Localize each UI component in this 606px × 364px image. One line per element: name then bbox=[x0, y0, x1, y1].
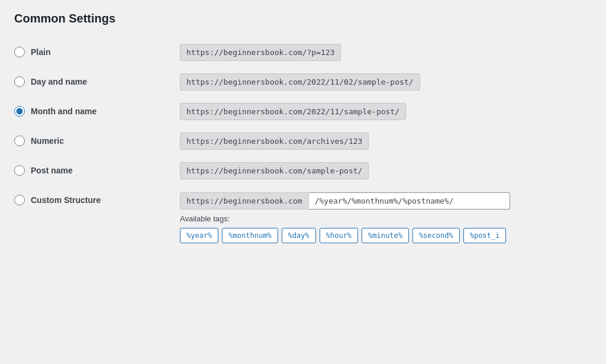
radio-label-col-numeric: Numeric bbox=[14, 136, 180, 146]
tag-minute[interactable]: %minute% bbox=[362, 228, 409, 243]
available-tags-section: Available tags: %year% %monthnum% %day% … bbox=[180, 214, 510, 243]
url-field-post-name: https://beginnersbook.com/sample-post/ bbox=[180, 162, 369, 179]
custom-url-input[interactable] bbox=[309, 192, 510, 210]
tag-year[interactable]: %year% bbox=[180, 228, 218, 243]
radio-label-col-post-name: Post name bbox=[14, 165, 180, 176]
label-custom-structure[interactable]: Custom Structure bbox=[31, 195, 101, 205]
tags-row: %year% %monthnum% %day% %hour% %minute% … bbox=[180, 228, 510, 243]
radio-plain[interactable] bbox=[14, 47, 25, 57]
url-display-month-and-name: https://beginnersbook.com/2022/11/sample… bbox=[180, 103, 406, 120]
url-display-post-name: https://beginnersbook.com/sample-post/ bbox=[180, 162, 369, 179]
radio-custom-structure[interactable] bbox=[14, 195, 25, 205]
option-custom-structure: Custom Structure https://beginnersbook.c… bbox=[14, 185, 592, 248]
label-post-name[interactable]: Post name bbox=[31, 166, 73, 175]
page-title: Common Settings bbox=[14, 12, 592, 25]
option-day-and-name: Day and name https://beginnersbook.com/2… bbox=[14, 67, 592, 96]
radio-month-and-name[interactable] bbox=[14, 106, 25, 117]
radio-label-col-custom: Custom Structure bbox=[14, 192, 180, 205]
label-plain[interactable]: Plain bbox=[31, 47, 50, 57]
settings-form: Plain https://beginnersbook.com/?p=123 D… bbox=[14, 37, 592, 248]
label-month-and-name[interactable]: Month and name bbox=[31, 107, 96, 116]
url-field-month-and-name: https://beginnersbook.com/2022/11/sample… bbox=[180, 103, 406, 120]
url-display-day-and-name: https://beginnersbook.com/2022/11/02/sam… bbox=[180, 73, 420, 91]
tag-post-i[interactable]: %post_i bbox=[463, 228, 507, 243]
option-month-and-name: Month and name https://beginnersbook.com… bbox=[14, 96, 592, 126]
radio-label-col-day: Day and name bbox=[14, 76, 180, 87]
url-field-plain: https://beginnersbook.com/?p=123 bbox=[180, 44, 341, 61]
radio-day-and-name[interactable] bbox=[14, 76, 25, 87]
radio-post-name[interactable] bbox=[14, 165, 25, 176]
available-tags-label: Available tags: bbox=[180, 214, 510, 223]
radio-numeric[interactable] bbox=[14, 136, 25, 146]
url-display-numeric: https://beginnersbook.com/archives/123 bbox=[180, 133, 369, 150]
url-field-numeric: https://beginnersbook.com/archives/123 bbox=[180, 133, 369, 150]
option-post-name: Post name https://beginnersbook.com/samp… bbox=[14, 156, 592, 185]
custom-url-section: https://beginnersbook.com Available tags… bbox=[180, 192, 510, 243]
label-day-and-name[interactable]: Day and name bbox=[31, 77, 87, 86]
url-field-day-and-name: https://beginnersbook.com/2022/11/02/sam… bbox=[180, 73, 420, 91]
label-numeric[interactable]: Numeric bbox=[31, 136, 64, 146]
radio-label-col-month: Month and name bbox=[14, 106, 180, 117]
url-display-plain: https://beginnersbook.com/?p=123 bbox=[180, 44, 341, 61]
tag-hour[interactable]: %hour% bbox=[320, 228, 358, 243]
radio-label-col-plain: Plain bbox=[14, 47, 180, 57]
tag-monthnum[interactable]: %monthnum% bbox=[222, 228, 278, 243]
custom-url-base: https://beginnersbook.com bbox=[180, 192, 309, 210]
option-numeric: Numeric https://beginnersbook.com/archiv… bbox=[14, 126, 592, 156]
custom-url-field: https://beginnersbook.com bbox=[180, 192, 510, 210]
tag-second[interactable]: %second% bbox=[412, 228, 460, 243]
option-plain: Plain https://beginnersbook.com/?p=123 bbox=[14, 37, 592, 67]
tag-day[interactable]: %day% bbox=[282, 228, 316, 243]
